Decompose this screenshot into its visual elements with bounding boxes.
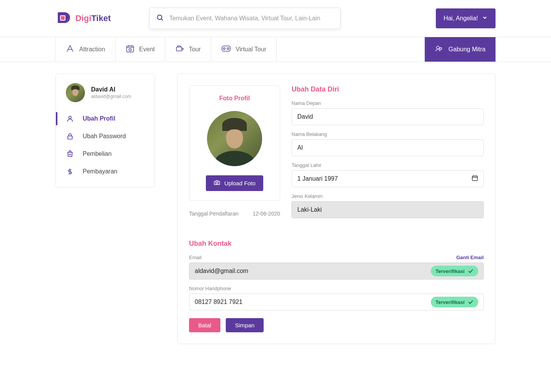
search-wrap bbox=[149, 8, 341, 29]
phone-label: Nomor Handphone bbox=[189, 286, 484, 291]
svg-point-8 bbox=[129, 49, 131, 51]
logo[interactable]: DigiTiket bbox=[55, 10, 111, 27]
lock-icon bbox=[66, 132, 74, 140]
check-icon bbox=[468, 268, 474, 274]
user-greeting: Hai, Angelia! bbox=[443, 15, 478, 22]
nav-tour[interactable]: Tour bbox=[165, 37, 211, 62]
nav-event[interactable]: Event bbox=[115, 37, 165, 62]
nav-label: Virtual Tour bbox=[236, 46, 266, 53]
sidebar-item-pembayaran[interactable]: Pembayaran bbox=[56, 163, 155, 180]
svg-point-19 bbox=[216, 182, 218, 184]
registration-label: Tanggal Pendaftaran bbox=[189, 211, 238, 217]
nav-virtual-tour[interactable]: Virtual Tour bbox=[211, 37, 277, 62]
content: David Al aldavid@gmail.com Ubah Profil U… bbox=[0, 62, 551, 363]
sidebar-item-label: Pembelian bbox=[83, 150, 112, 157]
user-menu-button[interactable]: Hai, Angelia! bbox=[436, 8, 496, 28]
bag-icon bbox=[66, 150, 74, 158]
svg-rect-20 bbox=[472, 176, 478, 181]
last-name-field[interactable] bbox=[292, 139, 484, 156]
attraction-icon bbox=[65, 44, 75, 55]
gender-field[interactable] bbox=[292, 201, 484, 218]
upload-photo-button[interactable]: Upload Foto bbox=[206, 175, 263, 191]
header: DigiTiket Hai, Angelia! bbox=[0, 0, 551, 37]
form-contact: Ubah Kontak Email Ganti Email Terverifik… bbox=[189, 240, 484, 332]
section-title-contact: Ubah Kontak bbox=[189, 240, 484, 248]
logo-icon bbox=[55, 10, 72, 27]
nav-bar: Attraction Event Tour Virtual Tour Gabun… bbox=[0, 37, 551, 62]
tour-icon bbox=[175, 44, 184, 55]
sidebar-user: David Al aldavid@gmail.com bbox=[56, 74, 155, 110]
avatar bbox=[66, 83, 85, 102]
registration-row: Tanggal Pendaftaran 12-06-2020 bbox=[189, 211, 280, 217]
section-title-personal: Ubah Data Diri bbox=[292, 85, 484, 93]
verified-label: Terverifikasi bbox=[435, 268, 465, 274]
sidebar-menu: Ubah Profil Ubah Password Pembelian Pemb… bbox=[56, 110, 155, 180]
nav-gabung-mitra[interactable]: Gabung Mitra bbox=[425, 37, 496, 62]
user-email: aldavid@gmail.com bbox=[91, 94, 131, 99]
svg-point-12 bbox=[223, 48, 225, 50]
registration-date: 12-06-2020 bbox=[253, 211, 280, 217]
svg-point-16 bbox=[69, 116, 72, 119]
photo-title: Foto Profil bbox=[197, 95, 272, 102]
photo-card: Foto Profil Upload Foto bbox=[189, 85, 280, 201]
form-personal: Ubah Data Diri Nama Depan Nama Belakang … bbox=[292, 85, 484, 224]
partner-icon bbox=[435, 44, 443, 54]
sidebar-item-label: Ubah Password bbox=[83, 133, 126, 140]
main-panel: Foto Profil Upload Foto Tanggal Pendafta… bbox=[177, 74, 496, 344]
svg-line-3 bbox=[161, 19, 163, 21]
dob-label: Tanggal Lahir bbox=[292, 162, 484, 168]
vr-icon bbox=[221, 45, 231, 54]
save-button[interactable]: Simpan bbox=[226, 318, 264, 332]
calendar-icon[interactable] bbox=[471, 175, 478, 183]
search-input[interactable] bbox=[149, 8, 341, 29]
verified-badge: Terverifikasi bbox=[431, 297, 478, 307]
cancel-button[interactable]: Batal bbox=[189, 318, 220, 332]
first-name-label: Nama Depan bbox=[292, 100, 484, 106]
sidebar-item-ubah-profil[interactable]: Ubah Profil bbox=[56, 110, 155, 127]
sidebar-item-label: Pembayaran bbox=[83, 168, 117, 175]
nav-label: Attraction bbox=[79, 46, 105, 53]
nav-cta-label: Gabung Mitra bbox=[448, 46, 486, 53]
first-name-field[interactable] bbox=[292, 108, 484, 125]
user-name: David Al bbox=[91, 86, 131, 93]
sidebar: David Al aldavid@gmail.com Ubah Profil U… bbox=[55, 74, 155, 188]
button-row: Batal Simpan bbox=[189, 318, 484, 332]
nav-attraction[interactable]: Attraction bbox=[55, 37, 116, 62]
profile-photo bbox=[207, 111, 262, 166]
check-icon bbox=[468, 299, 474, 305]
verified-badge: Terverifikasi bbox=[431, 266, 478, 276]
event-icon bbox=[126, 44, 135, 55]
svg-point-2 bbox=[157, 15, 162, 20]
dollar-icon bbox=[66, 168, 74, 175]
nav-label: Event bbox=[139, 46, 155, 53]
camera-icon bbox=[214, 179, 220, 187]
svg-point-14 bbox=[437, 46, 439, 49]
dob-field[interactable] bbox=[292, 170, 484, 187]
email-label: Email bbox=[189, 255, 202, 260]
logo-text: DigiTiket bbox=[75, 13, 111, 23]
svg-point-15 bbox=[440, 47, 442, 50]
gender-label: Jenis Kelamin bbox=[292, 193, 484, 199]
last-name-label: Nama Belakang bbox=[292, 131, 484, 137]
change-email-link[interactable]: Ganti Email bbox=[456, 255, 484, 260]
upload-label: Upload Foto bbox=[224, 180, 256, 186]
svg-rect-9 bbox=[176, 47, 182, 51]
svg-point-10 bbox=[182, 48, 183, 50]
sidebar-item-label: Ubah Profil bbox=[83, 115, 115, 122]
nav-label: Tour bbox=[189, 46, 201, 53]
svg-point-13 bbox=[227, 48, 229, 50]
chevron-down-icon bbox=[482, 15, 488, 22]
user-icon bbox=[66, 115, 74, 122]
sidebar-item-ubah-password[interactable]: Ubah Password bbox=[56, 127, 155, 145]
search-icon bbox=[156, 14, 164, 23]
sidebar-item-pembelian[interactable]: Pembelian bbox=[56, 145, 155, 163]
svg-rect-1 bbox=[61, 16, 65, 20]
svg-rect-17 bbox=[68, 136, 72, 139]
verified-label: Terverifikasi bbox=[435, 299, 465, 305]
